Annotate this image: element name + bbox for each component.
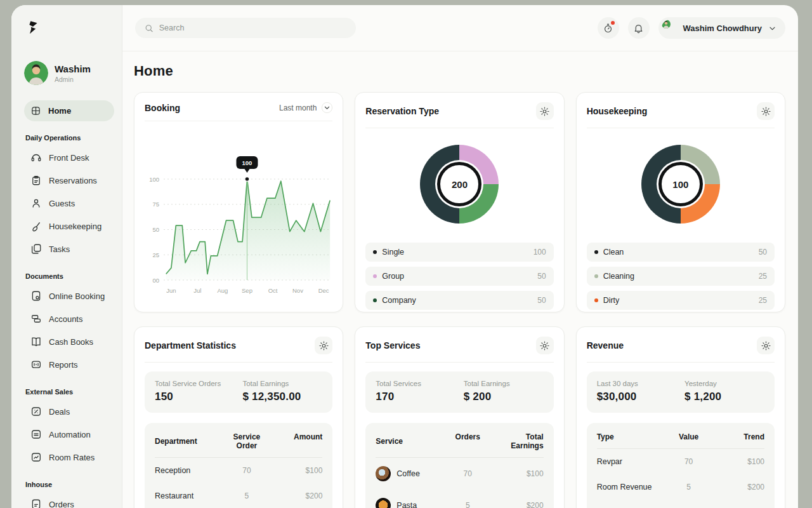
chevron-down-icon [322,102,332,113]
booking-area-chart: 00255075100JunJulAugSepOctNovDec100 [145,121,335,304]
sidebar-item-tasks[interactable]: Tasks [24,238,114,260]
legend-dot-icon [373,298,377,302]
sidebar-item-label: Reservations [49,176,97,185]
copy-icon [30,243,42,255]
sidebar-item-reservations[interactable]: Reservations [24,170,114,191]
card-title: Top Services [365,340,420,351]
stats-summary: Total Service Orders 150 Total Earnings … [145,371,332,413]
table-row: ADR 20 $50 [597,500,764,508]
card-title: Revenue [587,340,624,351]
sidebar-item-label: Room Rates [49,453,95,462]
sidebar-item-deals[interactable]: Deals [24,401,114,422]
stat-label: Total Earnings [464,380,544,387]
profile-name: Washim Chowdhury [683,23,762,33]
history-button[interactable] [598,17,619,39]
sidebar: Washim Admin Home Daily Operations Front… [11,5,122,508]
coffee-icon [376,466,391,481]
reservation-type-card: Reservation Type 200 Single 100 Group 5 [355,92,564,312]
donut-center-value: 100 [658,162,703,206]
avatar [662,20,678,36]
stat-label: Total Service Orders [155,380,242,387]
sidebar-item-housekeeping[interactable]: Housekeeping [24,215,114,237]
legend-label: Single [382,248,404,257]
settings-button[interactable] [315,337,332,354]
table-header: Department Service Order Amount [155,424,322,458]
stat-label: Last 30 days [597,380,684,387]
doc-circle-icon [30,290,42,302]
app-window: Washim Admin Home Daily Operations Front… [11,5,798,508]
housekeeping-card: Housekeeping 100 Clean 50 Cleaning 25 [576,92,785,312]
svg-text:Aug: Aug [217,287,228,294]
top-services-card: Top Services Total Services 170 Total Ea… [355,326,564,508]
sidebar-item-label: Orders [49,500,74,508]
gear-icon [318,340,329,351]
sidebar-item-online-booking[interactable]: Online Booking [24,285,114,307]
svg-text:Oct: Oct [268,287,278,294]
sidebar-item-home[interactable]: Home [24,100,114,121]
notification-badge [611,21,615,25]
sidebar-item-label: Accounts [49,314,82,324]
settings-button[interactable] [757,337,775,354]
search-input[interactable] [159,23,347,32]
sidebar-item-room-rates[interactable]: Room Rates [24,446,114,468]
search-bar[interactable] [135,18,356,38]
svg-text:Sep: Sep [242,287,252,294]
stat-label: Total Services [376,380,463,387]
svg-text:Nov: Nov [292,287,303,294]
profile-menu[interactable]: Washim Chowdhury [658,17,785,39]
sidebar-section-label: Documents [25,272,114,280]
department-statistics-card: Department Statistics Total Service Orde… [134,326,343,508]
legend-dot-icon [373,274,377,278]
card-title: Housekeeping [587,106,648,116]
clipboard-icon [30,175,42,186]
settings-button[interactable] [536,102,554,120]
notifications-button[interactable] [628,17,650,39]
legend-label: Clean [603,248,624,257]
sidebar-profile[interactable]: Washim Admin [24,61,114,85]
legend-label: Company [382,296,416,305]
legend-dot-icon [594,250,598,254]
table-row: Room Revenue 5 $200 [597,474,764,500]
card-title: Department Statistics [145,340,236,351]
sidebar-section-label: Inhouse [25,481,114,488]
bell-icon [633,23,644,34]
booking-filter-dropdown[interactable]: Last month [279,102,332,113]
user-role: Admin [55,76,91,83]
user-name: Washim [55,64,91,74]
sidebar-item-orders[interactable]: Orders [24,493,114,508]
sidebar-item-cash-books[interactable]: Cash Books [24,331,114,352]
sidebar-section-label: Daily Operations [25,134,114,142]
settings-button[interactable] [757,102,775,120]
table-row: Pasta 5 $200 [376,490,543,508]
legend-label: Dirty [603,296,620,305]
card-title: Reservation Type [365,106,439,116]
page-title: Home [134,63,785,79]
sidebar-item-label: Home [48,106,71,116]
revenue-table: Type Value Trend Revpar 70 $100 Room Rev… [587,423,775,508]
search-icon [144,23,154,34]
sidebar-item-automation[interactable]: Automation [24,424,114,445]
sidebar-item-guests[interactable]: Guests [24,192,114,214]
legend-row: Dirty 25 [587,291,775,310]
table-row: Revpar 70 $100 [597,449,764,474]
sidebar-item-accounts[interactable]: Accounts [24,308,114,330]
settings-button[interactable] [536,337,554,354]
legend-dot-icon [373,250,377,254]
sidebar-item-front-desk[interactable]: Front Desk [24,147,114,168]
cards-icon [30,313,42,324]
sidebar-item-label: Housekeeping [49,222,102,231]
gear-icon [539,340,550,351]
svg-text:00: 00 [152,277,159,284]
legend-value: 100 [534,248,546,257]
sidebar-item-label: Front Desk [49,153,89,163]
sidebar-item-reports[interactable]: Reports [24,354,114,375]
sidebar-sections: Daily Operations Front Desk Reservations… [24,134,114,508]
legend-label: Cleaning [603,272,634,281]
table-header: Type Value Trend [597,424,764,449]
headset-icon [30,152,42,163]
gear-icon [761,340,771,351]
stat-value: $30,000 [597,391,684,403]
stat-value: 150 [155,391,242,403]
legend-value: 50 [759,248,767,257]
spray-icon [30,220,42,232]
